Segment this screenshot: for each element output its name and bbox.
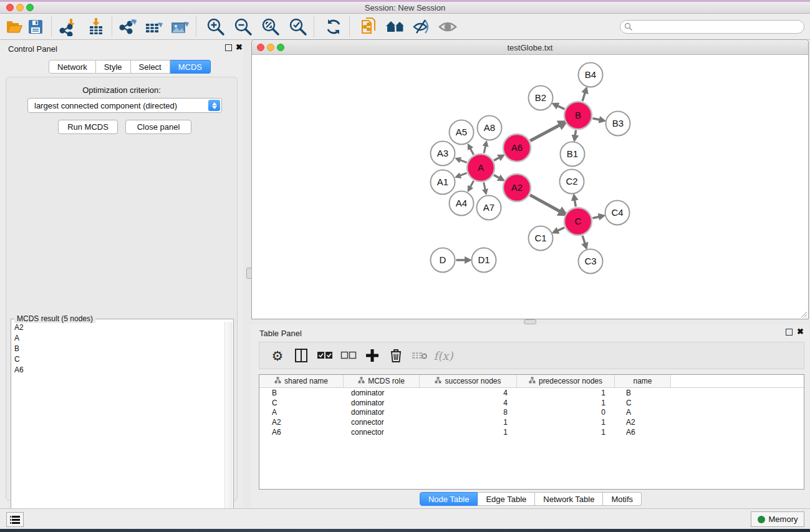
result-item[interactable]: C: [12, 354, 224, 364]
edge-C-C4[interactable]: [592, 216, 600, 218]
result-item[interactable]: A6: [12, 364, 224, 375]
export-table-icon[interactable]: [143, 16, 165, 37]
network-canvas[interactable]: B4B2BB3A8A5A6A3B1AA1C2A2A4A7C4CC1DD1C3: [252, 55, 808, 319]
graph-node-B2[interactable]: B2: [529, 86, 553, 110]
import-network-icon[interactable]: [57, 16, 78, 37]
graph-node-B1[interactable]: B1: [561, 142, 585, 167]
hide-details-icon[interactable]: [411, 16, 432, 37]
edge-A-A5[interactable]: [470, 148, 474, 155]
cell-name[interactable]: A2: [615, 417, 671, 427]
column-header-name[interactable]: name: [615, 375, 671, 387]
export-network-icon[interactable]: [117, 16, 138, 37]
close-panel-icon[interactable]: ✖: [236, 43, 243, 52]
home-views-icon[interactable]: [385, 16, 406, 37]
graph-node-C2[interactable]: C2: [560, 170, 584, 194]
cell-successor-nodes[interactable]: 8: [420, 408, 517, 418]
run-mcds-button[interactable]: Run MCDS: [58, 120, 118, 134]
edge-B-B2[interactable]: [557, 105, 564, 109]
graph-node-A4[interactable]: A4: [450, 191, 474, 216]
cell-predecessor-nodes[interactable]: 1: [517, 388, 615, 398]
open-session-icon[interactable]: [4, 16, 25, 37]
gear-icon[interactable]: ⚙: [266, 345, 289, 366]
column-view-icon[interactable]: [289, 345, 313, 366]
tab-motifs[interactable]: Motifs: [603, 492, 642, 506]
cell-MCDS-role[interactable]: dominator: [344, 408, 420, 418]
edge-C-C3[interactable]: [582, 236, 585, 244]
result-scrollbar[interactable]: [224, 322, 233, 528]
result-item[interactable]: B: [12, 343, 224, 354]
graph-node-A1[interactable]: A1: [431, 170, 455, 195]
cell-MCDS-role[interactable]: connector: [344, 417, 420, 427]
delete-column-icon[interactable]: [384, 345, 408, 366]
cell-MCDS-role[interactable]: dominator: [344, 398, 420, 408]
edge-A-A2[interactable]: [494, 175, 500, 178]
graph-node-A6[interactable]: A6: [503, 134, 531, 162]
table-row[interactable]: Bdominator41B: [259, 388, 804, 398]
new-session-icon[interactable]: [359, 16, 380, 37]
graph-node-C4[interactable]: C4: [605, 201, 630, 225]
import-table-icon[interactable]: [85, 16, 107, 37]
graph-node-B4[interactable]: B4: [579, 63, 603, 87]
column-header-shared-name[interactable]: shared name: [259, 375, 344, 387]
result-item[interactable]: A2: [12, 322, 224, 332]
edge-A-A3[interactable]: [460, 160, 467, 162]
float-panel-icon[interactable]: [225, 44, 232, 51]
cell-name[interactable]: B: [615, 388, 671, 398]
graph-node-B[interactable]: B: [564, 102, 592, 129]
column-header-predecessor-nodes[interactable]: predecessor nodes: [517, 375, 615, 387]
graph-node-C1[interactable]: C1: [529, 226, 553, 251]
edge-C-C2[interactable]: [574, 199, 576, 206]
cell-shared-name[interactable]: A: [259, 408, 344, 418]
memory-button[interactable]: Memory: [751, 511, 804, 527]
search-input[interactable]: [620, 20, 804, 34]
tab-node-table[interactable]: Node Table: [420, 492, 478, 506]
table-row[interactable]: A6connector11A6: [259, 427, 804, 437]
criterion-select[interactable]: largest connected component (directed): [27, 98, 222, 113]
graph-node-A8[interactable]: A8: [478, 116, 502, 140]
result-item[interactable]: A: [12, 332, 224, 343]
edge-A-A7[interactable]: [484, 183, 486, 191]
add-column-icon[interactable]: [360, 345, 384, 366]
graph-node-B3[interactable]: B3: [606, 112, 630, 136]
zoom-out-icon[interactable]: [233, 16, 254, 37]
edge-C-C1[interactable]: [557, 228, 564, 231]
graph-node-A3[interactable]: A3: [431, 142, 455, 166]
edge-B-B1[interactable]: [575, 130, 576, 137]
resize-grip-icon[interactable]: [799, 309, 808, 318]
vertical-split-grabber[interactable]: [246, 268, 252, 279]
graph-node-C[interactable]: C: [564, 208, 592, 235]
column-header-successor-nodes[interactable]: successor nodes: [420, 375, 517, 387]
cell-successor-nodes[interactable]: 1: [420, 417, 517, 427]
graph-node-A5[interactable]: A5: [450, 120, 474, 145]
tab-edge-table[interactable]: Edge Table: [478, 492, 535, 506]
cell-successor-nodes[interactable]: 4: [420, 398, 517, 408]
tab-style[interactable]: Style: [96, 60, 131, 74]
edge-A-A6[interactable]: [494, 157, 500, 160]
export-image-icon[interactable]: [170, 16, 191, 37]
table-row[interactable]: Adominator80A: [259, 408, 804, 418]
cell-shared-name[interactable]: A2: [259, 417, 344, 427]
graph-node-A[interactable]: A: [467, 154, 494, 181]
network-window-titlebar[interactable]: testGlobe.txt: [252, 40, 808, 55]
refresh-icon[interactable]: [323, 16, 344, 37]
cell-predecessor-nodes[interactable]: 0: [517, 408, 615, 418]
show-details-icon[interactable]: [437, 16, 458, 37]
cell-successor-nodes[interactable]: 1: [420, 427, 517, 437]
edge-A-A8[interactable]: [484, 145, 486, 153]
delete-table-icon[interactable]: [408, 345, 432, 366]
cell-successor-nodes[interactable]: 4: [420, 388, 517, 398]
tab-mcds[interactable]: MCDS: [170, 60, 211, 74]
graph-node-C3[interactable]: C3: [579, 249, 603, 274]
cell-predecessor-nodes[interactable]: 1: [517, 417, 615, 427]
tab-select[interactable]: Select: [131, 60, 170, 74]
deselect-all-icon[interactable]: [337, 345, 360, 366]
cell-name[interactable]: A: [615, 408, 671, 418]
zoom-fit-icon[interactable]: [260, 16, 281, 37]
close-panel-button[interactable]: Close panel: [125, 120, 191, 134]
horizontal-split-grabber[interactable]: [524, 319, 536, 324]
graph-node-A7[interactable]: A7: [477, 196, 501, 220]
edge-B-B4[interactable]: [582, 92, 586, 101]
task-history-button[interactable]: [6, 512, 24, 527]
edge-A-A4[interactable]: [470, 181, 474, 188]
graph-node-A2[interactable]: A2: [503, 174, 531, 201]
